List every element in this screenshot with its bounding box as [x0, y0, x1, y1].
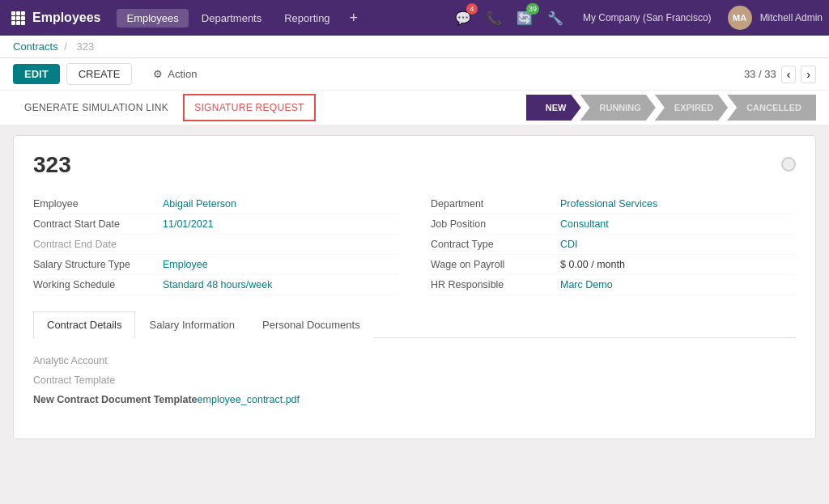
field-job-position: Job Position Consultant [431, 214, 796, 235]
user-name: Mitchell Admin [760, 12, 823, 23]
field-end-date: Contract End Date [33, 235, 398, 255]
status-stages: NEW RUNNING EXPIRED CANCELLED [527, 95, 816, 121]
value-job-position[interactable]: Consultant [560, 218, 609, 230]
tab-contract-details[interactable]: Contract Details [33, 311, 135, 338]
value-hr-responsible[interactable]: Marc Demo [560, 279, 613, 290]
label-wage: Wage on Payroll [431, 259, 560, 270]
value-start-date[interactable]: 11/01/2021 [163, 218, 214, 230]
add-menu-icon[interactable]: + [343, 10, 365, 27]
value-department[interactable]: Professional Services [560, 198, 657, 210]
edit-button[interactable]: EDIT [13, 64, 60, 84]
topnav-icons: 💬4 📞 🔄39 🔧 My Company (San Francisco) MA… [452, 6, 823, 30]
field-hr-responsible: HR Responsible Marc Demo [431, 275, 796, 295]
grid-menu-icon[interactable] [6, 6, 29, 29]
value-contract-type[interactable]: CDI [560, 239, 578, 250]
breadcrumb-parent[interactable]: Contracts [13, 40, 58, 53]
label-salary-structure: Salary Structure Type [33, 259, 163, 270]
svg-rect-7 [16, 21, 20, 25]
breadcrumb-current: 323 [77, 40, 95, 53]
stage-expired[interactable]: EXPIRED [655, 95, 728, 121]
status-bar: GENERATE SIMULATION LINK SIGNATURE REQUE… [0, 91, 829, 125]
page-wrapper: Employees Employees Departments Reportin… [0, 0, 829, 504]
tab-content: Analytic Account Contract Template New C… [33, 338, 796, 422]
label-hr-responsible: HR Responsible [431, 279, 560, 290]
action-button[interactable]: ⚙ Action [145, 64, 205, 84]
svg-rect-0 [11, 11, 15, 15]
stage-running[interactable]: RUNNING [580, 95, 656, 121]
chat-badge: 4 [466, 3, 478, 15]
status-action-links: GENERATE SIMULATION LINK SIGNATURE REQUE… [13, 91, 527, 125]
value-employee[interactable]: Abigail Peterson [163, 198, 236, 210]
clock-icon[interactable]: 🔄39 [513, 6, 536, 29]
label-new-contract-doc: New Contract Document Template [33, 394, 198, 405]
chat-icon[interactable]: 💬4 [452, 6, 474, 29]
status-circle [781, 157, 796, 172]
toolbar: EDIT CREATE ⚙ Action 33 / 33 ‹ › [0, 58, 829, 91]
tab-field-analytic: Analytic Account [33, 351, 357, 371]
field-working-schedule: Working Schedule Standard 48 hours/week [33, 275, 398, 295]
field-wage: Wage on Payroll $ 0.00 / month [431, 255, 796, 275]
stage-new[interactable]: NEW [526, 95, 581, 121]
label-job-position: Job Position [431, 218, 560, 230]
field-contract-type: Contract Type CDI [431, 235, 796, 255]
gear-icon: ⚙ [153, 68, 163, 80]
label-contract-type: Contract Type [431, 239, 560, 250]
company-name: My Company (San Francisco) [583, 12, 712, 23]
svg-rect-6 [11, 21, 15, 25]
pagination: 33 / 33 ‹ › [744, 66, 816, 83]
nav-link-reporting[interactable]: Reporting [274, 9, 339, 28]
create-button[interactable]: CREATE [66, 63, 133, 85]
label-start-date: Contract Start Date [33, 218, 163, 230]
label-analytic-account: Analytic Account [33, 355, 195, 366]
nav-link-departments[interactable]: Departments [192, 9, 271, 28]
signature-request-link[interactable]: SIGNATURE REQUEST [183, 94, 316, 121]
field-salary-structure: Salary Structure Type Employee [33, 255, 398, 275]
tab-field-template: Contract Template [33, 371, 357, 390]
prev-page-button[interactable]: ‹ [781, 66, 797, 83]
tab-field-new-contract-doc: New Contract Document Template employee_… [33, 390, 357, 409]
svg-rect-4 [16, 16, 20, 20]
phone-icon[interactable]: 📞 [483, 6, 505, 29]
contract-card: 323 Employee Abigail Peterson Contract S… [13, 135, 816, 439]
pagination-info: 33 / 33 [744, 68, 776, 80]
svg-rect-2 [21, 11, 25, 15]
contract-number: 323 [33, 152, 71, 178]
svg-rect-3 [11, 16, 15, 20]
field-department: Department Professional Services [431, 194, 796, 214]
label-employee: Employee [33, 198, 163, 210]
label-end-date: Contract End Date [33, 239, 163, 250]
wrench-icon[interactable]: 🔧 [544, 6, 567, 29]
breadcrumb: Contracts / 323 [13, 40, 97, 53]
main-content: 323 Employee Abigail Peterson Contract S… [0, 125, 829, 449]
avatar[interactable]: MA [728, 6, 752, 30]
field-employee: Employee Abigail Peterson [33, 194, 398, 214]
tab-salary-information[interactable]: Salary Information [135, 311, 249, 338]
stage-cancelled[interactable]: CANCELLED [727, 95, 816, 121]
nav-link-employees[interactable]: Employees [117, 9, 188, 28]
value-working-schedule[interactable]: Standard 48 hours/week [163, 279, 273, 290]
next-page-button[interactable]: › [801, 66, 816, 83]
app-brand: Employees [32, 11, 100, 25]
breadcrumb-bar: Contracts / 323 [0, 36, 829, 58]
value-wage: $ 0.00 / month [560, 259, 625, 270]
label-department: Department [431, 198, 560, 210]
breadcrumb-separator: / [64, 40, 67, 53]
contract-fields: Employee Abigail Peterson Contract Start… [33, 194, 796, 295]
nav-links: Employees Departments Reporting + [117, 9, 451, 28]
tab-personal-documents[interactable]: Personal Documents [249, 311, 374, 338]
top-navigation: Employees Employees Departments Reportin… [0, 0, 829, 36]
label-contract-template: Contract Template [33, 375, 195, 386]
content-area: Contracts / 323 EDIT CREATE ⚙ Action 33 … [0, 36, 829, 504]
tabs-bar: Contract Details Salary Information Pers… [33, 311, 796, 338]
fields-left: Employee Abigail Peterson Contract Start… [33, 194, 398, 295]
value-salary-structure[interactable]: Employee [163, 259, 208, 270]
svg-rect-1 [16, 11, 20, 15]
value-new-contract-doc[interactable]: employee_contract.pdf [198, 394, 300, 405]
clock-badge: 39 [526, 3, 539, 15]
svg-rect-8 [21, 21, 25, 25]
contract-number-row: 323 [33, 152, 796, 178]
fields-right: Department Professional Services Job Pos… [431, 194, 796, 295]
svg-rect-5 [21, 16, 25, 20]
generate-simulation-link[interactable]: GENERATE SIMULATION LINK [13, 94, 180, 121]
label-working-schedule: Working Schedule [33, 279, 163, 290]
